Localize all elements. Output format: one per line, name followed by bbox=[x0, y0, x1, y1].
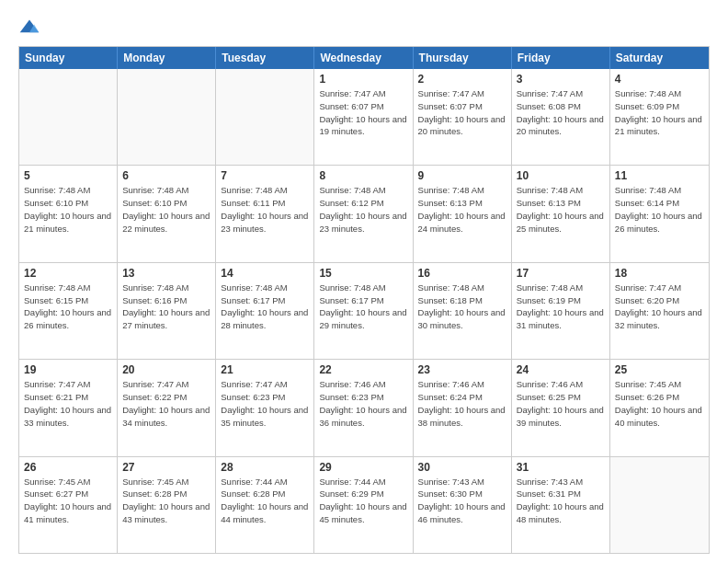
day-info: Sunrise: 7:47 AM Sunset: 6:08 PM Dayligh… bbox=[517, 87, 605, 138]
cal-day-25: 25Sunrise: 7:45 AM Sunset: 6:26 PM Dayli… bbox=[610, 360, 709, 455]
day-info: Sunrise: 7:44 AM Sunset: 6:29 PM Dayligh… bbox=[319, 476, 407, 526]
day-info: Sunrise: 7:48 AM Sunset: 6:15 PM Dayligh… bbox=[24, 282, 112, 332]
day-number: 11 bbox=[615, 169, 704, 182]
day-info: Sunrise: 7:48 AM Sunset: 6:12 PM Dayligh… bbox=[319, 184, 407, 235]
day-number: 28 bbox=[221, 461, 309, 474]
cal-day-27: 27Sunrise: 7:45 AM Sunset: 6:28 PM Dayli… bbox=[118, 457, 216, 553]
cal-day-23: 23Sunrise: 7:46 AM Sunset: 6:24 PM Dayli… bbox=[414, 360, 512, 455]
day-info: Sunrise: 7:48 AM Sunset: 6:13 PM Dayligh… bbox=[418, 184, 506, 235]
day-info: Sunrise: 7:46 AM Sunset: 6:24 PM Dayligh… bbox=[418, 378, 506, 429]
day-number: 31 bbox=[517, 461, 605, 474]
cal-header-tuesday: Tuesday bbox=[216, 47, 314, 69]
cal-day-29: 29Sunrise: 7:44 AM Sunset: 6:29 PM Dayli… bbox=[314, 457, 413, 553]
cal-header-monday: Monday bbox=[118, 47, 216, 69]
cal-day-8: 8Sunrise: 7:48 AM Sunset: 6:12 PM Daylig… bbox=[314, 166, 413, 261]
cal-day-22: 22Sunrise: 7:46 AM Sunset: 6:23 PM Dayli… bbox=[314, 360, 413, 455]
calendar: SundayMondayTuesdayWednesdayThursdayFrid… bbox=[18, 46, 710, 554]
day-number: 10 bbox=[517, 169, 605, 182]
cal-day-18: 18Sunrise: 7:47 AM Sunset: 6:20 PM Dayli… bbox=[610, 263, 709, 359]
cal-week-4: 26Sunrise: 7:45 AM Sunset: 6:27 PM Dayli… bbox=[19, 456, 709, 553]
day-number: 7 bbox=[221, 169, 309, 182]
day-number: 15 bbox=[319, 267, 407, 280]
day-info: Sunrise: 7:43 AM Sunset: 6:30 PM Dayligh… bbox=[418, 476, 506, 526]
day-info: Sunrise: 7:47 AM Sunset: 6:22 PM Dayligh… bbox=[122, 378, 210, 429]
day-info: Sunrise: 7:47 AM Sunset: 6:07 PM Dayligh… bbox=[418, 87, 506, 138]
day-number: 2 bbox=[418, 73, 506, 86]
day-number: 5 bbox=[24, 169, 112, 182]
day-number: 23 bbox=[418, 363, 506, 376]
cal-day-7: 7Sunrise: 7:48 AM Sunset: 6:11 PM Daylig… bbox=[216, 166, 314, 261]
cal-day-14: 14Sunrise: 7:48 AM Sunset: 6:17 PM Dayli… bbox=[216, 263, 314, 359]
day-info: Sunrise: 7:48 AM Sunset: 6:11 PM Dayligh… bbox=[221, 184, 309, 235]
calendar-header-row: SundayMondayTuesdayWednesdayThursdayFrid… bbox=[19, 47, 709, 69]
day-info: Sunrise: 7:48 AM Sunset: 6:14 PM Dayligh… bbox=[615, 184, 704, 235]
day-info: Sunrise: 7:45 AM Sunset: 6:26 PM Dayligh… bbox=[615, 378, 704, 429]
cal-week-2: 12Sunrise: 7:48 AM Sunset: 6:15 PM Dayli… bbox=[19, 262, 709, 359]
day-number: 4 bbox=[615, 73, 704, 86]
day-info: Sunrise: 7:48 AM Sunset: 6:09 PM Dayligh… bbox=[615, 87, 704, 138]
cal-header-friday: Friday bbox=[512, 47, 610, 69]
day-number: 19 bbox=[24, 363, 112, 376]
cal-day-3: 3Sunrise: 7:47 AM Sunset: 6:08 PM Daylig… bbox=[512, 69, 610, 165]
cal-week-3: 19Sunrise: 7:47 AM Sunset: 6:21 PM Dayli… bbox=[19, 359, 709, 455]
day-info: Sunrise: 7:48 AM Sunset: 6:13 PM Dayligh… bbox=[517, 184, 605, 235]
day-number: 29 bbox=[319, 461, 407, 474]
cal-day-16: 16Sunrise: 7:48 AM Sunset: 6:18 PM Dayli… bbox=[414, 263, 512, 359]
cal-day-20: 20Sunrise: 7:47 AM Sunset: 6:22 PM Dayli… bbox=[118, 360, 216, 455]
day-info: Sunrise: 7:48 AM Sunset: 6:19 PM Dayligh… bbox=[517, 282, 605, 332]
logo-icon bbox=[18, 17, 40, 39]
day-number: 6 bbox=[122, 169, 210, 182]
logo bbox=[18, 17, 44, 39]
cal-day-26: 26Sunrise: 7:45 AM Sunset: 6:27 PM Dayli… bbox=[19, 457, 118, 553]
cal-week-1: 5Sunrise: 7:48 AM Sunset: 6:10 PM Daylig… bbox=[19, 165, 709, 261]
day-number: 16 bbox=[418, 267, 506, 280]
day-number: 8 bbox=[319, 169, 407, 182]
cal-day-13: 13Sunrise: 7:48 AM Sunset: 6:16 PM Dayli… bbox=[118, 263, 216, 359]
cal-day-19: 19Sunrise: 7:47 AM Sunset: 6:21 PM Dayli… bbox=[19, 360, 118, 455]
day-info: Sunrise: 7:48 AM Sunset: 6:10 PM Dayligh… bbox=[24, 184, 112, 235]
day-number: 12 bbox=[24, 267, 112, 280]
cal-day-5: 5Sunrise: 7:48 AM Sunset: 6:10 PM Daylig… bbox=[19, 166, 118, 261]
day-info: Sunrise: 7:47 AM Sunset: 6:21 PM Dayligh… bbox=[24, 378, 112, 429]
cal-header-wednesday: Wednesday bbox=[314, 47, 413, 69]
day-info: Sunrise: 7:45 AM Sunset: 6:27 PM Dayligh… bbox=[24, 476, 112, 526]
cal-header-saturday: Saturday bbox=[610, 47, 709, 69]
cal-day-6: 6Sunrise: 7:48 AM Sunset: 6:10 PM Daylig… bbox=[118, 166, 216, 261]
cal-week-0: 1Sunrise: 7:47 AM Sunset: 6:07 PM Daylig… bbox=[19, 69, 709, 165]
day-info: Sunrise: 7:48 AM Sunset: 6:18 PM Dayligh… bbox=[418, 282, 506, 332]
day-info: Sunrise: 7:47 AM Sunset: 6:23 PM Dayligh… bbox=[221, 378, 309, 429]
day-info: Sunrise: 7:43 AM Sunset: 6:31 PM Dayligh… bbox=[517, 476, 605, 526]
day-number: 14 bbox=[221, 267, 309, 280]
day-info: Sunrise: 7:46 AM Sunset: 6:23 PM Dayligh… bbox=[319, 378, 407, 429]
day-number: 3 bbox=[517, 73, 605, 86]
day-number: 9 bbox=[418, 169, 506, 182]
day-info: Sunrise: 7:44 AM Sunset: 6:28 PM Dayligh… bbox=[221, 476, 309, 526]
day-number: 13 bbox=[122, 267, 210, 280]
day-info: Sunrise: 7:48 AM Sunset: 6:17 PM Dayligh… bbox=[221, 282, 309, 332]
cal-empty-4-6 bbox=[610, 457, 709, 553]
day-info: Sunrise: 7:45 AM Sunset: 6:28 PM Dayligh… bbox=[122, 476, 210, 526]
cal-header-thursday: Thursday bbox=[414, 47, 512, 69]
day-number: 27 bbox=[122, 461, 210, 474]
day-info: Sunrise: 7:46 AM Sunset: 6:25 PM Dayligh… bbox=[517, 378, 605, 429]
day-number: 1 bbox=[319, 73, 407, 86]
day-info: Sunrise: 7:48 AM Sunset: 6:17 PM Dayligh… bbox=[319, 282, 407, 332]
cal-empty-0-1 bbox=[118, 69, 216, 165]
day-number: 18 bbox=[615, 267, 704, 280]
header bbox=[18, 17, 710, 39]
cal-day-4: 4Sunrise: 7:48 AM Sunset: 6:09 PM Daylig… bbox=[610, 69, 709, 165]
cal-day-2: 2Sunrise: 7:47 AM Sunset: 6:07 PM Daylig… bbox=[414, 69, 512, 165]
page: SundayMondayTuesdayWednesdayThursdayFrid… bbox=[0, 0, 728, 563]
cal-day-30: 30Sunrise: 7:43 AM Sunset: 6:30 PM Dayli… bbox=[414, 457, 512, 553]
day-info: Sunrise: 7:47 AM Sunset: 6:20 PM Dayligh… bbox=[615, 282, 704, 332]
cal-day-12: 12Sunrise: 7:48 AM Sunset: 6:15 PM Dayli… bbox=[19, 263, 118, 359]
cal-day-28: 28Sunrise: 7:44 AM Sunset: 6:28 PM Dayli… bbox=[216, 457, 314, 553]
cal-header-sunday: Sunday bbox=[19, 47, 118, 69]
cal-day-31: 31Sunrise: 7:43 AM Sunset: 6:31 PM Dayli… bbox=[512, 457, 610, 553]
cal-day-11: 11Sunrise: 7:48 AM Sunset: 6:14 PM Dayli… bbox=[610, 166, 709, 261]
day-number: 17 bbox=[517, 267, 605, 280]
day-number: 24 bbox=[517, 363, 605, 376]
day-number: 25 bbox=[615, 363, 704, 376]
day-info: Sunrise: 7:48 AM Sunset: 6:16 PM Dayligh… bbox=[122, 282, 210, 332]
cal-day-15: 15Sunrise: 7:48 AM Sunset: 6:17 PM Dayli… bbox=[314, 263, 413, 359]
